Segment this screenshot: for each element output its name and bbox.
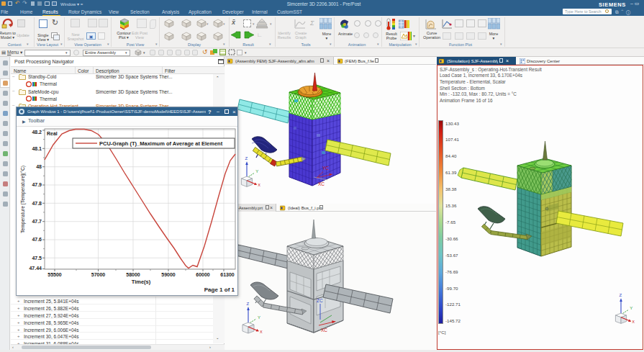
svg-text:Time(s): Time(s) bbox=[132, 279, 151, 285]
svg-text:55500: 55500 bbox=[47, 272, 62, 277]
svg-text:59000: 59000 bbox=[161, 272, 176, 277]
svg-text:58000: 58000 bbox=[126, 272, 140, 277]
svg-text:47.8: 47.8 bbox=[32, 201, 42, 206]
svg-text:47.7: 47.7 bbox=[32, 219, 42, 224]
svg-text:47.5: 47.5 bbox=[32, 256, 42, 261]
svg-text:47.6: 47.6 bbox=[32, 237, 42, 242]
svg-text:PCU-Graph (T)_Maximum of Avera: PCU-Graph (T)_Maximum of Average at Elem… bbox=[99, 140, 223, 147]
svg-text:60000: 60000 bbox=[196, 272, 210, 277]
svg-text:Real: Real bbox=[47, 131, 58, 136]
svg-text:48: 48 bbox=[36, 164, 42, 169]
svg-text:48.1: 48.1 bbox=[32, 146, 42, 151]
svg-text:47.9: 47.9 bbox=[32, 182, 42, 187]
svg-text:61300: 61300 bbox=[220, 272, 235, 277]
svg-text:57000: 57000 bbox=[91, 272, 106, 277]
svg-text:Page 1 of 1: Page 1 of 1 bbox=[204, 286, 235, 293]
svg-text:47.44: 47.44 bbox=[29, 266, 42, 271]
svg-text:48.2: 48.2 bbox=[32, 130, 42, 135]
svg-text:Temperature [Temperature](°C): Temperature [Temperature](°C) bbox=[20, 166, 26, 233]
